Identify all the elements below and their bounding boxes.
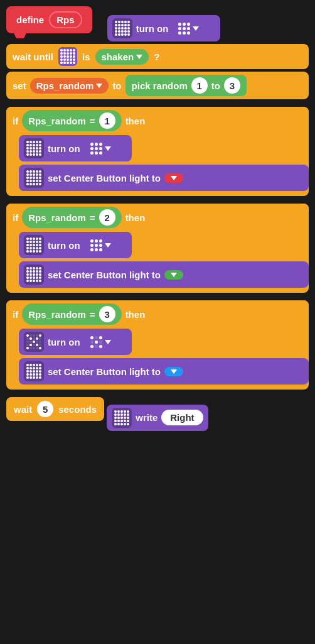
if-header-2[interactable]: if Rps_random = 2 then — [6, 204, 309, 231]
grid-dropdown-if2[interactable] — [84, 237, 117, 254]
device-icon-light-if1 — [24, 168, 44, 188]
turn-on-block-1[interactable]: turn on — [107, 15, 220, 41]
wait-until-label: wait until — [13, 52, 53, 62]
if-label-3: if — [13, 309, 18, 320]
wait-value: 5 — [37, 401, 53, 417]
wait-device-badge — [58, 47, 77, 66]
value-3: 3 — [99, 306, 115, 322]
turn-on-if2[interactable]: turn on — [19, 232, 132, 258]
to-label2: to — [211, 80, 220, 91]
wait-label: wait — [14, 404, 32, 415]
then-label-3: then — [125, 309, 146, 320]
to-label: to — [112, 80, 121, 91]
color-dropdown-if2[interactable] — [164, 270, 183, 280]
if-container-3: if Rps_random = 3 then turn on — [6, 300, 309, 390]
seconds-label: seconds — [58, 404, 97, 415]
turn-on-label-if1: turn on — [48, 143, 80, 154]
pick-random-label: pick random — [132, 80, 188, 91]
turn-on-if3[interactable]: turn on — [19, 329, 132, 355]
if-label-2: if — [13, 212, 18, 223]
wait-until-block[interactable]: wait until is shaken ? — [6, 44, 309, 69]
to-number: 3 — [224, 77, 240, 94]
set-label: set — [13, 80, 26, 91]
color-dropdown-if1[interactable] — [164, 173, 183, 183]
question-mark: ? — [154, 52, 159, 62]
turn-on-label-if2: turn on — [48, 240, 80, 251]
eq-2: = — [90, 212, 95, 223]
color-dropdown-if3[interactable] — [164, 367, 183, 376]
write-label: write — [136, 412, 158, 423]
device-icon-if1 — [24, 138, 44, 158]
if-header-1[interactable]: if Rps_random = 1 then — [6, 107, 309, 134]
rps-random-2: Rps_random — [28, 212, 86, 223]
eq-1: = — [90, 116, 95, 126]
device-icon-write — [112, 408, 132, 428]
set-light-label-if1: set Center Button light to — [48, 173, 161, 183]
if-label-1: if — [13, 116, 18, 126]
write-value: Right — [161, 410, 203, 425]
var-name: Rps_random — [36, 80, 94, 91]
define-block[interactable]: define Rps — [6, 6, 92, 33]
value-2: 2 — [99, 209, 115, 226]
turn-on-if1[interactable]: turn on — [19, 135, 132, 161]
define-name-pill: Rps — [49, 11, 82, 28]
from-number: 1 — [191, 77, 208, 94]
shaken-label: shaken — [102, 52, 134, 62]
device-icon-light-if3 — [24, 361, 44, 381]
grid-dropdown-if1[interactable] — [84, 140, 117, 157]
rps-random-1: Rps_random — [28, 116, 86, 126]
turn-on-label-1: turn on — [136, 23, 169, 34]
pick-random-block[interactable]: pick random 1 to 3 — [125, 75, 247, 96]
condition-2[interactable]: Rps_random = 2 — [22, 207, 121, 228]
device-icon-if2 — [24, 235, 44, 255]
grid-dropdown-if3[interactable] — [84, 334, 117, 351]
rps-random-3: Rps_random — [28, 309, 86, 320]
set-light-label-if3: set Center Button light to — [48, 366, 161, 377]
eq-3: = — [90, 309, 95, 320]
if-header-3[interactable]: if Rps_random = 3 then — [6, 300, 309, 328]
shaken-dropdown[interactable]: shaken — [95, 49, 149, 65]
device-icon-1 — [112, 18, 132, 38]
set-block[interactable]: set Rps_random to pick random 1 to 3 — [6, 72, 309, 99]
light-block-if1[interactable]: set Center Button light to — [19, 165, 309, 191]
wait-5-block[interactable]: wait 5 seconds — [6, 397, 104, 421]
then-label-2: then — [125, 212, 146, 223]
grid-dropdown-1[interactable] — [172, 20, 205, 37]
rps-random-var[interactable]: Rps_random — [30, 78, 109, 94]
then-label-1: then — [125, 116, 146, 126]
light-block-if2[interactable]: set Center Button light to — [19, 261, 309, 288]
condition-3[interactable]: Rps_random = 3 — [22, 303, 121, 325]
device-icon-light-if2 — [24, 265, 44, 285]
write-block[interactable]: write Right — [107, 405, 208, 431]
turn-on-label-if3: turn on — [48, 337, 80, 347]
if-container-1: if Rps_random = 1 then turn on — [6, 107, 309, 196]
is-label: is — [82, 52, 90, 62]
condition-1[interactable]: Rps_random = 1 — [22, 110, 121, 131]
if-container-2: if Rps_random = 2 then turn on — [6, 204, 309, 293]
value-1: 1 — [99, 112, 115, 129]
define-label: define — [16, 14, 44, 25]
device-icon-if3 — [24, 332, 44, 352]
light-block-if3[interactable]: set Center Button light to — [19, 358, 309, 385]
set-light-label-if2: set Center Button light to — [48, 270, 161, 280]
